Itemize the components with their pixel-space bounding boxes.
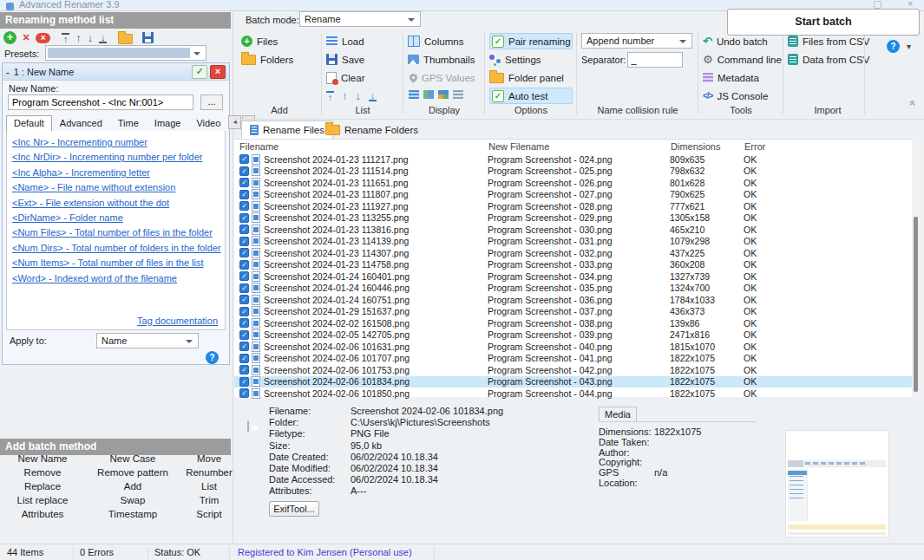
columns-button[interactable]: Columns (408, 33, 481, 49)
tag-link--num-files[interactable]: <Num Files> - Total number of files in t… (12, 225, 220, 240)
method-enabled-checkbox[interactable] (192, 65, 207, 79)
tab-rename-folders[interactable]: Rename Folders (318, 120, 426, 139)
batch-method-script[interactable]: Script (196, 509, 221, 519)
table-row[interactable]: Screenshot 2024-01-24 160401.pngProgram … (234, 270, 920, 283)
tag-link--ext[interactable]: <Ext> - File extension without the dot (12, 196, 220, 211)
tag-link--num-items[interactable]: <Num Items> - Total number of files in t… (12, 256, 220, 270)
batch-method-add[interactable]: Add (124, 481, 141, 492)
tag-documentation-link[interactable]: Tag documentation (137, 316, 218, 326)
list-move-bottom-icon[interactable] (369, 91, 377, 101)
column-header-new-filename[interactable]: New Filename (488, 141, 671, 152)
load-list-button[interactable]: Load (326, 33, 399, 49)
remove-method-icon[interactable] (23, 31, 29, 44)
checkbox-checked-icon[interactable] (239, 377, 249, 387)
batch-method-remove-pattern[interactable]: Remove pattern (97, 467, 168, 478)
open-preset-folder-icon[interactable] (118, 34, 133, 44)
separator-input[interactable] (627, 52, 683, 68)
checkbox-checked-icon[interactable] (239, 213, 249, 223)
table-row[interactable]: Screenshot 2024-02-05 142705.pngProgram … (234, 329, 920, 342)
view-grid-icon[interactable] (438, 90, 449, 99)
tag-link--dirname[interactable]: <DirName> - Folder name (12, 211, 220, 225)
batch-method-replace[interactable]: Replace (24, 481, 61, 492)
pair-renaming-toggle[interactable]: Pair renaming (489, 33, 573, 49)
checkbox-checked-icon[interactable] (239, 283, 249, 293)
remove-all-methods-icon[interactable] (36, 33, 50, 43)
move-bottom-icon[interactable] (99, 33, 107, 43)
metadata-button[interactable]: Metadata (703, 69, 779, 86)
table-row[interactable]: Screenshot 2024-02-06 101631.pngProgram … (234, 341, 920, 353)
batch-method-list-replace[interactable]: List replace (17, 495, 69, 505)
table-row[interactable]: Screenshot 2024-01-29 151637.pngProgram … (234, 306, 920, 318)
checkbox-checked-icon[interactable] (239, 388, 249, 398)
checkbox-checked-icon[interactable] (239, 154, 249, 164)
table-row[interactable]: Screenshot 2024-01-23 114758.pngProgram … (234, 259, 920, 271)
column-header-filename[interactable]: Filename (239, 141, 488, 152)
method-tab-advanced[interactable]: Advanced (52, 115, 110, 131)
method-tab-video[interactable]: Video (188, 115, 228, 131)
table-row[interactable]: Screenshot 2024-02-02 161508.pngProgram … (234, 317, 920, 329)
checkbox-checked-icon[interactable] (239, 166, 249, 176)
help-icon[interactable] (887, 40, 900, 53)
move-up-icon[interactable] (75, 31, 82, 44)
column-header-dimensions[interactable]: Dimensions (671, 141, 744, 152)
table-row[interactable]: Screenshot 2024-01-23 111217.pngProgram … (234, 153, 920, 166)
method-tab-default[interactable]: Default (6, 115, 52, 131)
table-row[interactable]: Screenshot 2024-01-23 111927.pngProgram … (234, 200, 920, 212)
tag-link--inc-alpha[interactable]: <Inc Alpha> - Incrementing letter (12, 166, 220, 180)
new-name-input[interactable] (8, 94, 193, 110)
batch-method-attributes[interactable]: Attributes (22, 509, 64, 519)
batch-method-timestamp[interactable]: Timestamp (108, 509, 157, 519)
list-move-up-icon[interactable] (342, 89, 348, 102)
add-method-icon[interactable] (3, 31, 16, 44)
tag-link--inc-nrdir[interactable]: <Inc NrDir> - Incrementing number per fo… (12, 150, 220, 165)
view-list-icon[interactable] (453, 90, 463, 99)
move-top-icon[interactable] (62, 33, 69, 43)
list-move-down-icon[interactable] (356, 89, 362, 102)
start-batch-button[interactable]: Start batch (727, 9, 920, 36)
method-tab-time[interactable]: Time (110, 115, 147, 131)
folder-panel-button[interactable]: Folder panel (489, 69, 573, 86)
tag-link--num-dirs[interactable]: <Num Dirs> - Total number of folders in … (12, 241, 220, 256)
checkbox-checked-icon[interactable] (239, 248, 249, 257)
collision-rule-dropdown[interactable]: Append number (581, 33, 692, 49)
move-down-icon[interactable] (88, 31, 94, 44)
method-tab-image[interactable]: Image (147, 115, 189, 131)
checkbox-checked-icon[interactable] (239, 354, 249, 363)
table-row[interactable]: Screenshot 2024-01-23 113255.pngProgram … (234, 212, 920, 225)
checkbox-checked-icon[interactable] (239, 225, 249, 234)
presets-dropdown[interactable] (45, 45, 206, 61)
table-row[interactable]: Screenshot 2024-01-23 114307.pngProgram … (234, 247, 920, 259)
js-console-button[interactable]: JS Console (703, 88, 779, 104)
checkbox-checked-icon[interactable] (239, 201, 249, 211)
batch-method-list[interactable]: List (201, 481, 217, 492)
table-row[interactable]: Screenshot 2024-01-24 160446.pngProgram … (234, 283, 920, 295)
table-row[interactable]: Screenshot 2024-01-23 111651.pngProgram … (234, 177, 920, 189)
apply-to-dropdown[interactable]: Name (96, 333, 199, 348)
browse-tags-button[interactable]: ... (200, 94, 223, 110)
tag-link--inc-nr[interactable]: <Inc Nr> - Incrementing number (12, 135, 220, 150)
help-dropdown-caret-icon[interactable]: ▾ (907, 42, 911, 51)
auto-test-toggle[interactable]: Auto test (489, 88, 573, 104)
close-icon[interactable]: × (908, 0, 913, 9)
method-close-icon[interactable] (210, 65, 226, 79)
checkbox-checked-icon[interactable] (239, 178, 249, 187)
table-row[interactable]: Screenshot 2024-02-06 101707.pngProgram … (234, 353, 920, 365)
tag-link--word[interactable]: <Word> - Indexed word of the filename (12, 271, 220, 286)
table-row[interactable]: Screenshot 2024-02-06 101753.pngProgram … (234, 364, 920, 376)
tag-link--name[interactable]: <Name> - File name without extension (12, 180, 220, 195)
table-row[interactable]: Screenshot 2024-01-23 111514.pngProgram … (234, 166, 920, 178)
checkbox-checked-icon[interactable] (239, 342, 249, 351)
view-details-icon[interactable] (409, 90, 419, 99)
table-row[interactable]: Screenshot 2024-01-24 160751.pngProgram … (234, 294, 920, 306)
save-preset-icon[interactable] (142, 32, 154, 43)
media-tab[interactable]: Media (599, 407, 637, 422)
method-help-icon[interactable] (206, 351, 219, 364)
list-move-top-icon[interactable] (326, 91, 334, 101)
add-folders-button[interactable]: Folders (241, 51, 318, 68)
settings-button[interactable]: Settings (489, 51, 573, 68)
checkbox-checked-icon[interactable] (239, 330, 249, 340)
batch-mode-dropdown[interactable]: Rename (299, 11, 421, 27)
batch-method-move[interactable]: Move (197, 453, 221, 464)
batch-method-trim[interactable]: Trim (200, 495, 220, 505)
thumbnails-button[interactable]: Thumbnails (408, 51, 481, 68)
